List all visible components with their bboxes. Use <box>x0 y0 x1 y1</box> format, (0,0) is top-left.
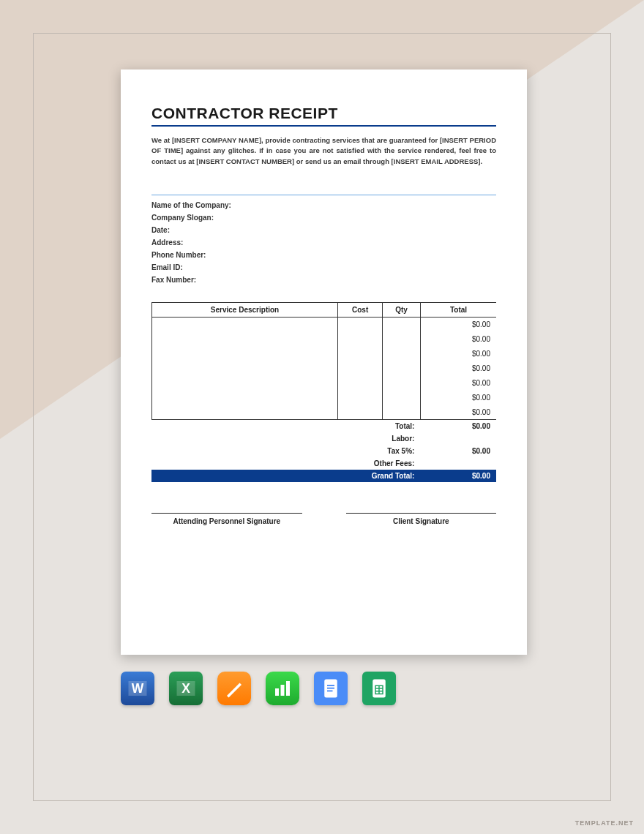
table-cell-total: $0.00 <box>420 361 496 375</box>
document-title: CONTRACTOR RECEIPT <box>151 105 496 127</box>
summary-value <box>420 432 496 445</box>
signature-personnel: Attending Personnel Signature <box>151 513 302 525</box>
table-cell-cost <box>338 331 383 346</box>
summary-value: $0.00 <box>420 445 496 457</box>
field-phone: Phone Number: <box>151 249 496 261</box>
table-cell-desc <box>152 317 338 331</box>
google-sheets-icon[interactable] <box>362 672 396 705</box>
summary-block: Total:$0.00Labor:Tax 5%:$0.00Other Fees:… <box>151 420 496 482</box>
signature-row: Attending Personnel Signature Client Sig… <box>151 513 496 525</box>
table-row: $0.00 <box>152 317 497 331</box>
summary-label: Tax 5%: <box>151 445 420 457</box>
th-qty: Qty <box>383 302 421 317</box>
field-company-name: Name of the Company: <box>151 199 496 211</box>
table-cell-desc <box>152 346 338 361</box>
svg-rect-6 <box>286 681 290 696</box>
table-cell-qty <box>383 346 421 361</box>
service-table: Service Description Cost Qty Total $0.00… <box>151 302 496 420</box>
table-cell-qty <box>383 331 421 346</box>
table-cell-desc <box>152 375 338 390</box>
summary-row: Other Fees: <box>151 457 496 470</box>
word-icon[interactable]: W <box>121 672 154 705</box>
field-address: Address: <box>151 236 496 249</box>
table-cell-desc <box>152 390 338 405</box>
table-cell-cost <box>338 346 383 361</box>
table-cell-total: $0.00 <box>420 375 496 390</box>
field-fax: Fax Number: <box>151 274 496 286</box>
grand-total-row: Grand Total: $0.00 <box>151 470 496 482</box>
table-cell-total: $0.00 <box>420 317 496 331</box>
intro-paragraph: We at [INSERT COMPANY NAME], provide con… <box>151 135 496 167</box>
table-cell-desc <box>152 361 338 375</box>
company-fields: Name of the Company: Company Slogan: Dat… <box>151 195 496 286</box>
svg-text:W: W <box>132 681 144 696</box>
table-row: $0.00 <box>152 346 497 361</box>
table-row: $0.00 <box>152 361 497 375</box>
field-date: Date: <box>151 224 496 236</box>
table-cell-qty <box>383 390 421 405</box>
table-cell-cost <box>338 405 383 419</box>
signature-client: Client Signature <box>346 513 497 525</box>
summary-label: Labor: <box>151 432 420 445</box>
grand-total-label: Grand Total: <box>151 470 420 482</box>
numbers-icon[interactable] <box>266 672 299 705</box>
table-cell-total: $0.00 <box>420 331 496 346</box>
summary-label: Total: <box>151 420 420 432</box>
table-cell-qty <box>383 317 421 331</box>
watermark: TEMPLATE.NET <box>575 819 634 827</box>
summary-value <box>420 457 496 470</box>
table-row: $0.00 <box>152 331 497 346</box>
table-cell-total: $0.00 <box>420 346 496 361</box>
pages-icon[interactable] <box>217 672 251 705</box>
excel-icon[interactable]: X <box>169 672 203 705</box>
table-cell-cost <box>338 375 383 390</box>
svg-rect-9 <box>327 688 334 689</box>
table-cell-cost <box>338 390 383 405</box>
table-cell-qty <box>383 375 421 390</box>
th-total: Total <box>420 302 496 317</box>
table-row: $0.00 <box>152 375 497 390</box>
google-docs-icon[interactable] <box>314 672 348 705</box>
table-cell-total: $0.00 <box>420 405 496 419</box>
summary-row: Total:$0.00 <box>151 420 496 432</box>
table-row: $0.00 <box>152 405 497 419</box>
svg-rect-8 <box>327 685 334 686</box>
th-desc: Service Description <box>152 302 338 317</box>
grand-total-value: $0.00 <box>420 470 496 482</box>
table-cell-total: $0.00 <box>420 390 496 405</box>
table-cell-qty <box>383 361 421 375</box>
svg-text:X: X <box>181 681 190 696</box>
field-email: Email ID: <box>151 261 496 274</box>
document-page: CONTRACTOR RECEIPT We at [INSERT COMPANY… <box>121 70 527 655</box>
summary-label: Other Fees: <box>151 457 420 470</box>
svg-rect-10 <box>327 691 333 692</box>
summary-value: $0.00 <box>420 420 496 432</box>
table-cell-cost <box>338 361 383 375</box>
table-cell-desc <box>152 405 338 419</box>
summary-row: Tax 5%:$0.00 <box>151 445 496 457</box>
table-cell-cost <box>338 317 383 331</box>
summary-row: Labor: <box>151 432 496 445</box>
th-cost: Cost <box>338 302 383 317</box>
svg-rect-5 <box>281 685 285 696</box>
format-icons-row: W X <box>121 672 396 705</box>
field-slogan: Company Slogan: <box>151 211 496 224</box>
table-row: $0.00 <box>152 390 497 405</box>
table-cell-desc <box>152 331 338 346</box>
svg-rect-4 <box>275 688 279 696</box>
table-cell-qty <box>383 405 421 419</box>
